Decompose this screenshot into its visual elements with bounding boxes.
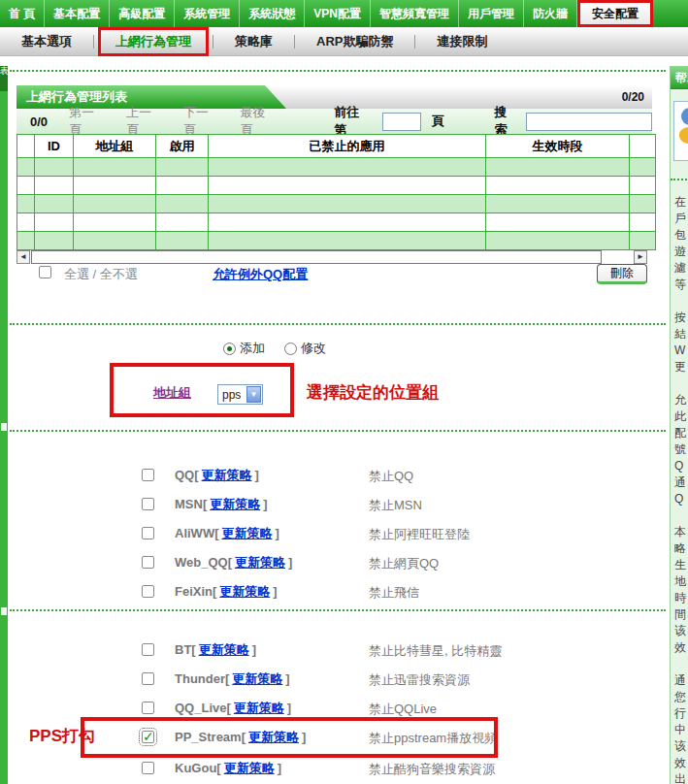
aliww-checkbox[interactable]: [142, 527, 154, 539]
thunder-update-policy-link[interactable]: 更新策略: [232, 671, 282, 686]
topnav-item-vpn-config[interactable]: VPN配置: [305, 0, 371, 27]
scroll-left-icon[interactable]: ◄: [16, 250, 30, 264]
app-name: KuGou[: [175, 761, 221, 775]
horizontal-scrollbar[interactable]: ◄ ►: [16, 250, 655, 264]
table-actions-row: 全選 / 全不選 允許例外QQ配置 刪除: [16, 264, 655, 287]
app-row-feixin: FeiXin[更新策略] 禁止飛信: [142, 583, 154, 601]
page-unit-label: 頁: [431, 113, 443, 130]
topnav-item-home[interactable]: 首 頁: [0, 0, 45, 27]
kugou-update-policy-link[interactable]: 更新策略: [224, 761, 275, 775]
col-extra: [630, 135, 656, 158]
divider: [93, 35, 94, 49]
table-row: [17, 177, 656, 195]
webqq-update-policy-link[interactable]: 更新策略: [235, 555, 285, 570]
topnav-item-firewall[interactable]: 防火牆: [524, 0, 577, 27]
col-id: ID: [35, 135, 74, 158]
topnav-item-security-config[interactable]: 安全配置: [577, 0, 653, 27]
behavior-rule-table: ID 地址組 啟用 已禁止的應用 生效時段: [16, 134, 656, 250]
msn-update-policy-link[interactable]: 更新策略: [210, 497, 260, 511]
bt-checkbox[interactable]: [142, 643, 154, 656]
app-desc: 禁止迅雷搜索資源: [369, 671, 470, 689]
select-all-checkbox[interactable]: [39, 266, 51, 278]
app-desc: 禁止比特彗星, 比特精靈: [369, 642, 502, 660]
divider: [414, 35, 415, 49]
scrollbar-thumb[interactable]: [31, 250, 602, 264]
subnav-item-policy-library[interactable]: 策略庫: [217, 27, 290, 56]
divider: [294, 35, 295, 49]
modify-mode-radio[interactable]: [284, 343, 297, 355]
col-select: [17, 135, 35, 158]
delete-button[interactable]: 刪除: [597, 264, 647, 284]
feixin-update-policy-link[interactable]: 更新策略: [219, 584, 270, 599]
col-address-group: 地址組: [74, 135, 156, 158]
app-name: QQ[: [175, 468, 199, 482]
left-collapse-strip[interactable]: [0, 66, 8, 784]
app-row-qq: QQ[更新策略] 禁止QQ: [142, 467, 154, 484]
topnav-item-bandwidth-management[interactable]: 智慧頻寬管理: [371, 0, 459, 27]
page-ratio: 0/0: [30, 114, 48, 129]
topnav-item-system-management[interactable]: 系統管理: [175, 0, 240, 27]
app-name: QQ_Live[: [175, 701, 231, 715]
feixin-checkbox[interactable]: [142, 585, 154, 598]
section-divider: [10, 70, 666, 72]
chevron-down-icon[interactable]: ▼: [246, 386, 261, 403]
app-name: Web_QQ[: [175, 555, 232, 570]
qq-checkbox[interactable]: [142, 469, 154, 481]
address-group-select[interactable]: pps ▼: [217, 384, 263, 405]
add-mode-label[interactable]: 添加: [240, 340, 265, 357]
app-desc: 禁止飛信: [369, 584, 419, 602]
top-nav: 首 頁 基本配置 高級配置 系統管理 系統狀態 VPN配置 智慧頻寬管理 用戶管…: [0, 0, 688, 27]
qqlive-update-policy-link[interactable]: 更新策略: [234, 701, 284, 715]
thunder-checkbox[interactable]: [142, 672, 154, 685]
table-row: [17, 195, 656, 213]
topnav-item-user-management[interactable]: 用戶管理: [459, 0, 524, 27]
app-desc: 禁止MSN: [369, 497, 422, 514]
strip-notch: [1, 423, 7, 431]
app-name: MSN[: [175, 497, 207, 511]
webqq-checkbox[interactable]: [142, 556, 154, 569]
section-divider: [10, 323, 666, 325]
divider: [213, 35, 213, 49]
col-forbidden-apps: 已禁止的應用: [209, 135, 486, 158]
app-name: Thunder[: [175, 671, 229, 686]
subnav-item-behavior-management[interactable]: 上網行為管理: [98, 27, 209, 56]
section-divider: [10, 430, 666, 432]
ppstream-update-policy-link[interactable]: 更新策略: [248, 730, 299, 744]
app-desc: 禁止阿裡旺旺登陸: [369, 526, 470, 543]
address-group-highlight-box: [110, 363, 294, 417]
qq-update-policy-link[interactable]: 更新策略: [202, 468, 252, 482]
app-row-bt: BT[更新策略] 禁止比特彗星, 比特精靈: [142, 641, 154, 659]
add-mode-radio[interactable]: [223, 343, 236, 355]
qqlive-checkbox[interactable]: [142, 702, 154, 714]
subnav-item-basic-options[interactable]: 基本選項: [4, 27, 89, 56]
app-name: BT[: [175, 642, 196, 657]
mode-radio-group: 添加 修改: [223, 340, 345, 357]
address-group-selected-value: pps: [222, 388, 241, 402]
topnav-item-system-status[interactable]: 系統狀態: [240, 0, 305, 27]
app-row-aliww: AliWW[更新策略] 禁止阿裡旺旺登陸: [142, 525, 154, 542]
topnav-item-basic-config[interactable]: 基本配置: [45, 0, 110, 27]
sub-nav: 基本選項 上網行為管理 策略庫 ARP欺騙防禦 連接限制: [0, 27, 688, 56]
topnav-item-advanced-config[interactable]: 高級配置: [110, 0, 175, 27]
goto-page-input[interactable]: [382, 113, 421, 131]
app-name: FeiXin[: [175, 584, 216, 599]
bt-update-policy-link[interactable]: 更新策略: [199, 642, 249, 657]
table-header-row: ID 地址組 啟用 已禁止的應用 生效時段: [17, 135, 656, 158]
ppstream-checkbox[interactable]: [142, 731, 154, 743]
scroll-right-icon[interactable]: ►: [634, 250, 647, 264]
subnav-item-connection-limit[interactable]: 連接限制: [419, 27, 505, 56]
left-collapse-tab[interactable]: 表: [0, 66, 8, 91]
search-input[interactable]: [526, 113, 652, 131]
msn-checkbox[interactable]: [142, 498, 154, 510]
app-row-ppstream: PP_Stream[更新策略] 禁止ppstream播放視頻: [142, 729, 154, 746]
allow-qq-exception-link[interactable]: 允許例外QQ配置: [213, 266, 308, 283]
pps-hint-annotation: PPS打勾: [29, 725, 95, 747]
address-group-link[interactable]: 地址組: [153, 384, 191, 402]
col-effective-period: 生效時段: [486, 135, 630, 158]
list-count-badge: 0/20: [622, 85, 644, 109]
app-name: AliWW[: [175, 526, 218, 540]
modify-mode-label[interactable]: 修改: [301, 340, 326, 357]
kugou-checkbox[interactable]: [142, 762, 154, 774]
aliww-update-policy-link[interactable]: 更新策略: [221, 526, 272, 540]
subnav-item-arp-defense[interactable]: ARP欺騙防禦: [299, 27, 410, 56]
